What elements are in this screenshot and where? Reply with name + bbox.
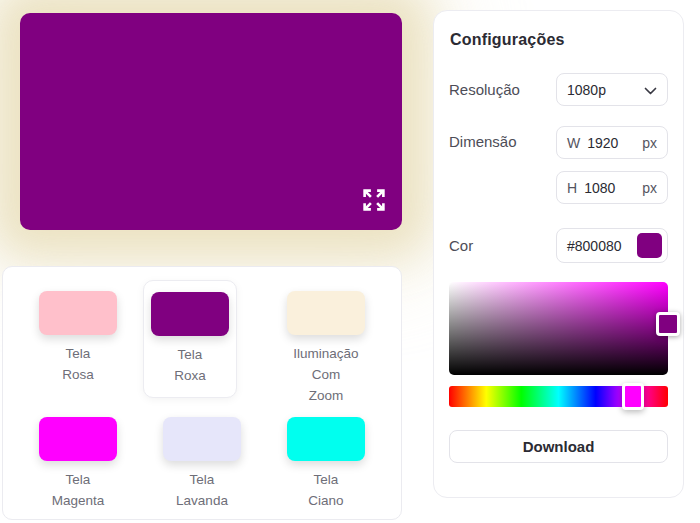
saturation-handle[interactable] <box>656 312 680 336</box>
height-unit: px <box>642 180 657 196</box>
chevron-down-icon <box>644 82 657 98</box>
height-prefix: H <box>567 180 577 196</box>
download-button[interactable]: Download <box>449 430 668 463</box>
preset-label: Iluminação Com Zoom <box>293 344 358 407</box>
preset-label: Tela Ciano <box>308 470 343 512</box>
resolution-label: Resolução <box>449 81 520 98</box>
preset-label: Tela Lavanda <box>176 470 228 512</box>
preset-tela-roxa[interactable]: Tela Roxa <box>143 280 237 398</box>
saturation-value-picker[interactable] <box>449 282 668 375</box>
height-input[interactable]: H 1080 px <box>556 171 668 204</box>
color-label: Cor <box>449 237 473 254</box>
color-swatch <box>163 417 241 461</box>
hex-color-value: #800080 <box>567 238 622 254</box>
settings-panel: Configurações Resolução 1080p Dimensão W… <box>433 10 684 498</box>
preset-label: Tela Roxa <box>174 345 206 387</box>
width-prefix: W <box>567 135 580 151</box>
preset-tela-rosa[interactable]: Tela Rosa <box>19 275 137 386</box>
hex-color-input[interactable]: #800080 <box>556 228 668 263</box>
color-swatch <box>39 291 117 335</box>
width-value: 1920 <box>587 135 642 151</box>
preset-tela-magenta[interactable]: Tela Magenta <box>19 409 137 512</box>
height-value: 1080 <box>584 180 642 196</box>
panel-title: Configurações <box>450 31 668 49</box>
preset-iluminacao-com-zoom[interactable]: Iluminação Com Zoom <box>267 275 385 407</box>
resolution-value: 1080p <box>567 82 606 98</box>
preset-tela-ciano[interactable]: Tela Ciano <box>267 409 385 512</box>
preset-label: Tela Magenta <box>52 470 105 512</box>
width-input[interactable]: W 1920 px <box>556 126 668 159</box>
fullscreen-button[interactable] <box>357 183 391 217</box>
current-color-swatch <box>637 233 662 258</box>
color-swatch <box>151 292 229 336</box>
resolution-select[interactable]: 1080p <box>556 73 668 106</box>
hue-handle[interactable] <box>622 383 644 410</box>
dimension-label: Dimensão <box>449 133 517 150</box>
preset-tela-lavanda[interactable]: Tela Lavanda <box>143 409 261 512</box>
color-swatch <box>287 291 365 335</box>
width-unit: px <box>642 135 657 151</box>
expand-arrows-icon <box>359 185 389 215</box>
color-swatch <box>287 417 365 461</box>
preset-palette-card: Tela Rosa Tela Roxa Iluminação Com Zoom … <box>2 266 402 520</box>
color-preview-screen <box>20 13 402 230</box>
color-swatch <box>39 417 117 461</box>
preset-label: Tela Rosa <box>62 344 94 386</box>
hue-slider[interactable] <box>449 386 668 407</box>
